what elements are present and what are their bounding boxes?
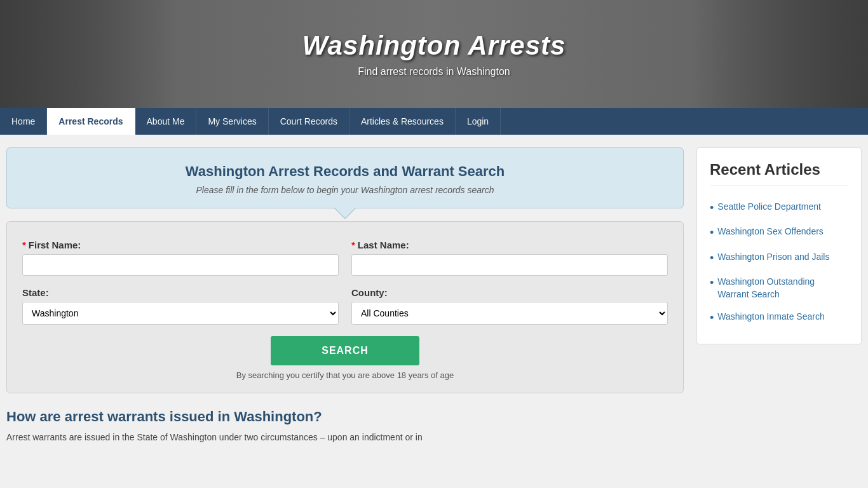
state-group: State: Washington Alabama Alaska Arizona… (22, 287, 339, 325)
state-select[interactable]: Washington Alabama Alaska Arizona Arkans… (22, 302, 339, 325)
nav-arrest-records[interactable]: Arrest Records (47, 108, 135, 135)
main-nav: Home Arrest Records About Me My Services… (0, 108, 868, 135)
sidebar-articles-list: • Seattle Police Department • Washington… (710, 196, 848, 331)
sidebar: Recent Articles • Seattle Police Departm… (696, 147, 862, 444)
list-item: • Seattle Police Department (710, 196, 848, 220)
content-area: Washington Arrest Records and Warrant Se… (6, 147, 684, 444)
first-name-label: *First Name: (22, 240, 339, 250)
last-name-group: *Last Name: (351, 240, 668, 276)
search-card-subtitle: Please fill in the form below to begin y… (26, 185, 664, 195)
location-row: State: Washington Alabama Alaska Arizona… (22, 287, 668, 325)
last-name-input[interactable] (351, 254, 668, 276)
sidebar-card: Recent Articles • Seattle Police Departm… (696, 147, 862, 344)
list-item: • Washington Prison and Jails (710, 246, 848, 271)
search-card-title: Washington Arrest Records and Warrant Se… (26, 163, 664, 180)
nav-articles-resources[interactable]: Articles & Resources (349, 108, 456, 135)
site-header: Washington Arrests Find arrest records i… (0, 0, 868, 108)
article-seattle-police[interactable]: Seattle Police Department (717, 201, 821, 214)
search-form-area: *First Name: *Last Name: State: Washingt… (6, 221, 684, 393)
list-item: • Washington Inmate Search (710, 306, 848, 330)
nav-login[interactable]: Login (456, 108, 501, 135)
last-name-label: *Last Name: (351, 240, 668, 250)
name-row: *First Name: *Last Name: (22, 240, 668, 276)
nav-home[interactable]: Home (0, 108, 47, 135)
bullet-icon: • (710, 251, 714, 266)
search-button[interactable]: SEARCH (271, 336, 419, 365)
bullet-icon: • (710, 201, 714, 215)
bullet-icon: • (710, 276, 714, 290)
list-item: • Washington Outstanding Warrant Search (710, 271, 848, 306)
header-hands-left (0, 0, 178, 108)
list-item: • Washington Sex Offenders (710, 220, 848, 245)
site-title: Washington Arrests (302, 30, 566, 61)
bottom-text: Arrest warrants are issued in the State … (6, 430, 684, 444)
sidebar-title: Recent Articles (710, 161, 848, 186)
article-sex-offenders[interactable]: Washington Sex Offenders (717, 226, 824, 238)
first-name-required: * (22, 240, 26, 250)
bullet-icon: • (710, 226, 714, 240)
nav-my-services[interactable]: My Services (196, 108, 268, 135)
county-group: County: All Counties Adams Asotin Benton… (351, 287, 668, 325)
header-text-block: Washington Arrests Find arrest records i… (302, 30, 566, 78)
bullet-icon: • (710, 311, 714, 325)
article-inmate-search[interactable]: Washington Inmate Search (717, 311, 824, 323)
article-prison-jails[interactable]: Washington Prison and Jails (717, 251, 829, 264)
certify-text: By searching you certify that you are ab… (22, 370, 668, 380)
bottom-section: How are arrest warrants issued in Washin… (6, 409, 684, 444)
county-label: County: (351, 287, 668, 298)
site-subtitle: Find arrest records in Washington (302, 66, 566, 78)
search-btn-wrapper: SEARCH (22, 336, 668, 365)
nav-court-records[interactable]: Court Records (269, 108, 349, 135)
nav-about-me[interactable]: About Me (135, 108, 197, 135)
main-layout: Washington Arrest Records and Warrant Se… (0, 135, 868, 457)
header-hands-right (690, 0, 868, 108)
search-info-card: Washington Arrest Records and Warrant Se… (6, 147, 684, 208)
county-select[interactable]: All Counties Adams Asotin Benton Chelan … (351, 302, 668, 325)
last-name-required: * (351, 240, 355, 250)
first-name-input[interactable] (22, 254, 339, 276)
first-name-group: *First Name: (22, 240, 339, 276)
state-label: State: (22, 287, 339, 298)
article-warrant-search[interactable]: Washington Outstanding Warrant Search (717, 276, 848, 301)
bottom-heading: How are arrest warrants issued in Washin… (6, 409, 684, 425)
